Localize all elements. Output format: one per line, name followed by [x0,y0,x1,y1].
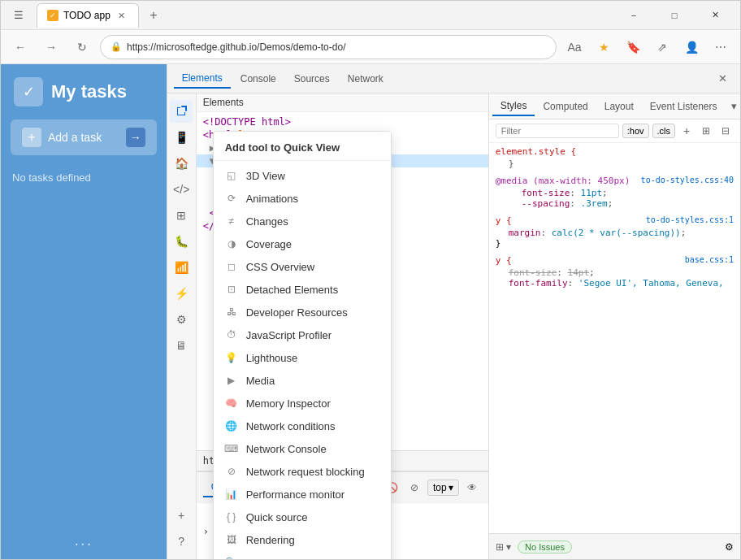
style-selector-y2: y { base.css:1 [496,255,734,266]
console-filter-button[interactable]: ⊘ [405,478,424,497]
style-source-link[interactable]: to-do-styles.css:40 [641,176,734,184]
sidebar-icon-bug[interactable]: 🐛 [170,230,193,253]
menu-item-quick-source[interactable]: { } Quick source [214,506,391,528]
menu-item-search[interactable]: 🔍 Search [214,551,391,559]
app-header: ✓ My tasks [1,64,167,119]
styles-tab-computed[interactable]: Computed [535,98,596,115]
tab-bar: ✓ TODO app ✕ + [37,3,609,28]
sidebar-icon-device[interactable]: 📱 [170,126,193,149]
nav-bar: ← → ↻ 🔒 https://microsoftedge.github.io/… [1,30,740,64]
devtools-tab-console[interactable]: Console [232,70,284,88]
sidebar-icon-help[interactable]: ? [170,530,193,553]
settings-button[interactable]: ⋯ [708,34,734,60]
styles-tab-styles[interactable]: Styles [492,97,535,116]
hover-state-button[interactable]: :hov [622,124,649,138]
dom-node-doctype[interactable]: <!DOCTYPE html> [197,115,488,128]
forward-button[interactable]: → [38,34,64,60]
bottom-settings-icon[interactable]: ⚙ [725,541,734,553]
menu-item-label: Rendering [246,534,295,546]
console-eye-button[interactable]: 👁 [462,478,482,497]
profile-button[interactable]: 👤 [678,34,704,60]
active-tab[interactable]: ✓ TODO app ✕ [37,3,139,28]
styles-elements-toggle[interactable]: ⊞ ▾ [496,541,511,553]
menu-item-network-request-blocking[interactable]: ⊘ Network request blocking [214,460,391,483]
menu-item-network-console[interactable]: ⌨ Network Console [214,437,391,460]
css-overview-icon: ◻ [225,260,238,273]
tab-close-button[interactable]: ✕ [115,9,128,22]
add-task-arrow-icon: → [126,128,145,147]
styles-tab-event-listeners[interactable]: Event Listeners [642,98,726,115]
minimize-button[interactable]: − [615,1,652,30]
window-controls-right: − □ ✕ [615,1,734,30]
add-style-rule-button[interactable]: + [678,123,695,139]
sidebar-icon-home[interactable]: 🏠 [170,152,193,175]
menu-item-animations[interactable]: ⟳ Animations [214,187,391,210]
style-source-link-2[interactable]: to-do-styles.css:1 [646,215,734,224]
menu-item-memory-inspector[interactable]: 🧠 Memory Inspector [214,392,391,415]
app-area: ✓ My tasks + Add a task → No tasks defin… [1,64,167,559]
sidebar-icon-inspect[interactable] [170,100,193,123]
sidebar-icon-add[interactable]: + [170,504,193,527]
style-prop-margin: margin: calc(2 * var(--spacing)); [496,228,734,238]
menu-item-coverage[interactable]: ◑ Coverage [214,232,391,255]
animations-icon: ⟳ [225,192,238,205]
menu-item-performance-monitor[interactable]: 📊 Performance monitor [214,483,391,506]
class-toggle-button[interactable]: .cls [652,124,676,138]
refresh-button[interactable]: ↻ [69,34,95,60]
dom-sidebar: 📱 🏠 </> ⊞ 🐛 📶 ⚡ ⚙ 🖥 + ? [167,93,197,559]
collections-button[interactable]: 🔖 [620,34,646,60]
menu-item-changes[interactable]: ≠ Changes [214,210,391,232]
new-style-inspector-button[interactable]: ⊞ [698,123,714,139]
no-issues-badge: No Issues [518,540,572,553]
context-selector[interactable]: top ▾ [427,480,459,496]
menu-item-developer-resources[interactable]: 🖧 Developer Resources [214,301,391,323]
menu-item-js-profiler[interactable]: ⏱ JavaScript Profiler [214,323,391,346]
sidebar-icon-performance[interactable]: ⚡ [170,282,193,305]
style-rule-close: } [496,158,734,169]
sidebar-icon-layers[interactable]: ⊞ [170,204,193,227]
menu-item-3d-view[interactable]: ◱ 3D View [214,164,391,187]
favorites-button[interactable]: ★ [591,34,617,60]
menu-item-label: 3D View [246,170,285,182]
sidebar-icon-screen[interactable]: 🖥 [170,334,193,357]
console-prompt-symbol: › [203,526,209,537]
style-source-link-3[interactable]: base.css:1 [685,255,734,264]
menu-item-label: Network conditions [246,420,336,432]
menu-item-css-overview[interactable]: ◻ CSS Overview [214,255,391,278]
sidebar-icon-code[interactable]: </> [170,178,193,201]
menu-item-detached-elements[interactable]: ⊡ Detached Elements [214,278,391,301]
sidebar-toggle-icon[interactable]: ☰ [7,4,30,27]
menu-item-network-conditions[interactable]: 🌐 Network conditions [214,415,391,437]
devtools-close-button[interactable]: ✕ [711,67,734,90]
close-button[interactable]: ✕ [696,1,734,30]
style-rule-media: @media (max-width: 450px) to-do-styles.c… [496,176,734,209]
dom-panel: Elements <!DOCTYPE html> <html lang="en"… [197,93,489,559]
add-task-button[interactable]: + Add a task → [11,119,157,155]
styles-tab-layout[interactable]: Layout [596,98,642,115]
menu-item-media[interactable]: ▶ Media [214,369,391,392]
menu-item-lighthouse[interactable]: 💡 Lighthouse [214,346,391,369]
sidebar-icon-wifi[interactable]: 📶 [170,256,193,279]
menu-item-label: Media [246,375,275,387]
quick-view-dropdown: Add tool to Quick View ◱ 3D View ⟳ Anima… [213,131,392,559]
styles-overflow-button[interactable]: ▾ [731,100,737,112]
add-task-plus-icon: + [22,128,41,147]
read-aloud-button[interactable]: Aa [561,34,587,60]
menu-item-label: Developer Resources [246,306,348,319]
devtools-toolbar: Elements Console Sources Network ✕ [167,64,740,93]
back-button[interactable]: ← [7,34,33,60]
devtools-tab-network[interactable]: Network [340,70,392,88]
style-prop-font-size-2: font-size: 14pt; [496,267,734,278]
sidebar-icon-gear[interactable]: ⚙ [170,308,193,331]
menu-item-rendering[interactable]: 🖼 Rendering [214,528,391,551]
app-more-button[interactable]: ... [75,531,93,549]
maximize-button[interactable]: □ [656,1,693,30]
url-bar[interactable]: 🔒 https://microsoftedge.github.io/Demos/… [100,35,557,59]
devtools-tab-sources[interactable]: Sources [286,70,338,88]
devtools-tab-elements[interactable]: Elements [174,69,231,89]
toggle-sidebar-button[interactable]: ⊟ [717,123,734,139]
styles-filter-input[interactable] [496,124,619,138]
share-button[interactable]: ⇗ [649,34,675,60]
new-tab-button[interactable]: + [142,4,165,27]
menu-item-label: Lighthouse [246,352,298,364]
